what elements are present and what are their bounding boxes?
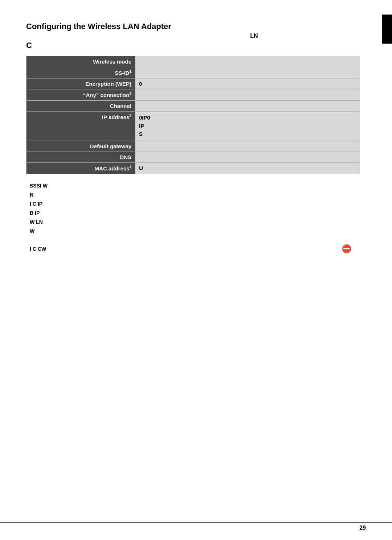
table-value-cell bbox=[135, 141, 360, 152]
ln-label: LN bbox=[142, 33, 366, 39]
table-value-cell: 0 bbox=[135, 78, 360, 89]
footer: 29 bbox=[0, 522, 392, 531]
info-icon: ⛔ bbox=[342, 244, 351, 254]
page-container: Configuring the Wireless LAN Adapter LN … bbox=[0, 0, 392, 540]
header-section: Configuring the Wireless LAN Adapter LN … bbox=[26, 22, 366, 50]
table-label-cell: Wireless mode bbox=[26, 56, 135, 67]
table-value-cell bbox=[135, 101, 360, 112]
note-line: B IP bbox=[30, 209, 366, 218]
note-line: SSSI W bbox=[30, 181, 366, 190]
note-line: N bbox=[30, 190, 366, 200]
table-label-cell: SS-ID1 bbox=[26, 67, 135, 78]
table-value-cell bbox=[135, 67, 360, 78]
table-value-cell bbox=[135, 56, 360, 67]
table-label-cell: Channel bbox=[26, 101, 135, 112]
table-value-cell: U bbox=[135, 162, 360, 174]
table-label-cell: DNS bbox=[26, 152, 135, 162]
table-label-cell: Default gateway bbox=[26, 141, 135, 152]
right-tab bbox=[382, 15, 392, 44]
table-value-cell bbox=[135, 152, 360, 162]
settings-table: Wireless modeSS-ID1Encryption (WEP)0“Any… bbox=[26, 56, 360, 174]
table-label-cell: IP address3 bbox=[26, 112, 135, 141]
note-line: W LN bbox=[30, 218, 366, 227]
table-value-cell bbox=[135, 89, 360, 101]
table-label-cell: MAC address4 bbox=[26, 162, 135, 174]
note-line: I C IP bbox=[30, 200, 366, 209]
page-number: 29 bbox=[359, 525, 366, 531]
info-text: I C CW bbox=[30, 246, 46, 252]
notes-section: SSSI WNI C IP B IPW LNW bbox=[30, 181, 366, 236]
table-label-cell: “Any” connection2 bbox=[26, 89, 135, 101]
info-line: I C CW ⛔ bbox=[30, 244, 366, 254]
note-line: W bbox=[30, 227, 366, 236]
c-label: C bbox=[26, 41, 366, 50]
page-title: Configuring the Wireless LAN Adapter bbox=[26, 22, 366, 31]
table-value-cell: 0IP0IPS bbox=[135, 112, 360, 141]
table-label-cell: Encryption (WEP) bbox=[26, 78, 135, 89]
